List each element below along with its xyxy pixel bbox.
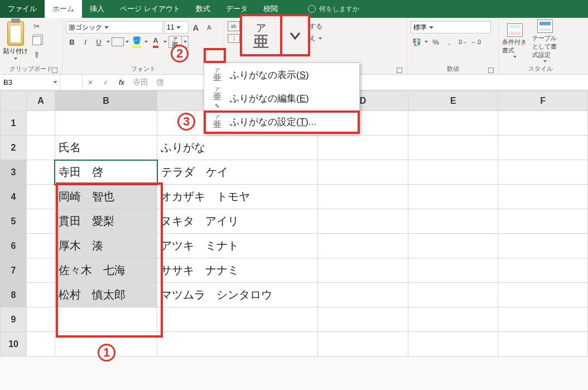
border-button[interactable] [112,37,124,46]
chevron-down-icon [282,16,308,54]
phonetic-dropdown-menu: ア亜 ふりがなの表示(S) ア亜 ふりがなの編集(E) ア亜 ふりがなの設定(T… [204,62,360,134]
format-painter-button[interactable] [30,49,44,62]
cell-B4[interactable]: 岡崎 智也 [55,185,157,209]
row-header-2[interactable]: 2 [1,136,27,160]
row-header-5[interactable]: 5 [1,209,27,234]
cell-B7[interactable]: 佐々木 七海 [55,258,157,283]
font-size-select[interactable]: 11 [164,21,189,33]
bold-button[interactable]: B [66,36,78,48]
italic-button[interactable]: I [79,36,91,48]
fill-color-button[interactable]: 🪣 [131,36,143,48]
menu-edit-phonetic[interactable]: ア亜 ふりがなの編集(E) [204,86,359,110]
formula-enter-button[interactable] [98,75,114,90]
cell-C4[interactable]: オカザキ トモヤ [157,185,318,209]
col-header-E[interactable]: E [408,91,498,111]
font-color-button[interactable]: A [150,36,162,48]
cell-B8[interactable]: 松村 慎太郎 [55,283,157,307]
menu-show-phonetic[interactable]: ア亜 ふりがなの表示(S) [204,63,359,86]
tab-file[interactable]: ファイル [0,0,45,18]
conditional-formatting-button[interactable]: 条件付き書式 [502,23,528,58]
phonetic-edit-icon: ア亜 [211,87,223,110]
clipboard-launcher[interactable] [52,68,57,73]
cell-C3[interactable]: テラダ ケイ [157,160,318,185]
col-header-F[interactable]: F [498,91,588,111]
row-header-9[interactable]: 9 [1,307,27,332]
tell-me-box[interactable]: 何をしますか [308,0,359,18]
decrease-font-button[interactable]: A [203,21,215,33]
conditional-formatting-icon [507,23,523,37]
cell-C5[interactable]: ヌキタ アイリ [157,209,318,234]
number-format-select[interactable]: 標準 [411,21,491,33]
copy-button[interactable] [30,34,44,47]
row-header-3[interactable]: 3 [1,160,27,185]
col-header-B[interactable]: B [55,91,157,111]
number-launcher[interactable] [488,68,494,73]
row-header-10[interactable]: 10 [1,332,27,357]
alignment-launcher[interactable] [397,68,402,73]
fx-icon[interactable]: fx [114,75,129,90]
callout-phonetic-button: ア亜 [240,14,310,56]
paste-button[interactable]: 貼り付け [3,21,28,61]
percent-format-button[interactable]: % [430,36,442,48]
underline-button[interactable]: U [93,36,105,48]
tab-formulas[interactable]: 数式 [188,0,218,18]
menu-phonetic-settings[interactable]: ア亜 ふりがなの設定(T)... [204,110,359,133]
phonetic-guide-dropdown[interactable] [181,36,188,47]
cell-C2[interactable]: ふりがな [157,136,318,160]
tab-home[interactable]: ホーム [45,0,82,18]
increase-decimal-button[interactable]: .0→ [456,36,469,48]
decrease-decimal-button[interactable]: ←.0 [470,36,482,48]
cell-B3[interactable]: 寺田 啓 [55,160,157,185]
select-all-corner[interactable] [1,91,27,111]
font-name-select[interactable]: 游ゴシック [66,21,163,33]
tab-page-layout[interactable]: ページ レイアウト [112,0,188,18]
phonetic-guide-splitbutton[interactable]: ア亜 [168,36,189,48]
row-header-7[interactable]: 7 [1,258,27,283]
row-header-1[interactable]: 1 [1,111,27,136]
cell-B2[interactable]: 氏名 [55,136,157,160]
cell-B6[interactable]: 厚木 湊 [55,234,157,258]
row-header-8[interactable]: 8 [1,283,27,307]
col-header-A[interactable]: A [27,91,55,111]
increase-font-button[interactable]: A [190,21,202,33]
cell-C7[interactable]: ササキ ナナミ [157,258,318,283]
cut-button[interactable] [30,20,44,33]
accounting-format-button[interactable]: 💱 [411,36,423,48]
row-header-4[interactable]: 4 [1,185,27,209]
format-as-table-icon [537,20,553,33]
phonetic-settings-icon: ア亜 [211,115,223,128]
cell-C8[interactable]: マツムラ シンタロウ [157,283,318,307]
formula-cancel-button[interactable] [83,75,98,90]
format-as-table-button[interactable]: テーブルとして書式設定 [532,20,558,62]
cell-B5[interactable]: 貫田 愛梨 [55,209,157,234]
comma-format-button[interactable]: , [443,36,455,48]
row-header-6[interactable]: 6 [1,234,27,258]
cell-C6[interactable]: アツキ ミナト [157,234,318,258]
tab-insert[interactable]: 挿入 [82,0,112,18]
phonetic-icon: ア亜 [211,68,223,81]
bulb-icon [308,5,316,13]
name-box[interactable]: B3 [0,75,60,90]
paste-icon [7,21,24,46]
